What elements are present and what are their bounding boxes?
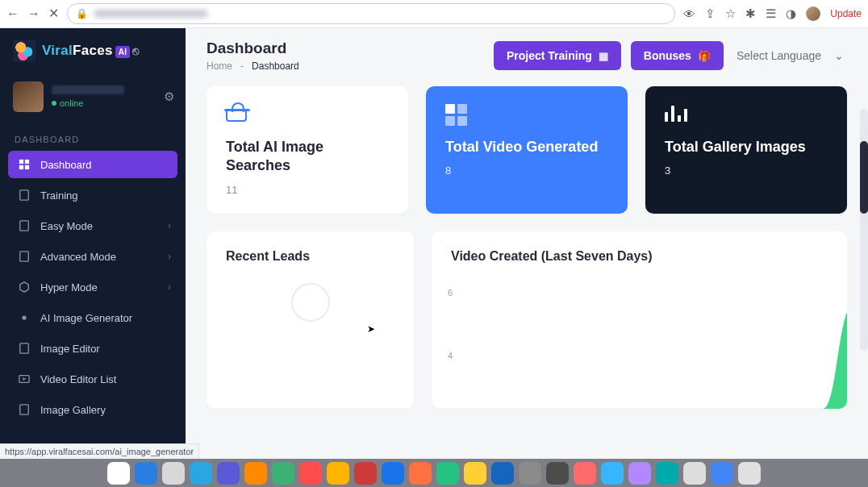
chevron-right-icon: › bbox=[168, 220, 171, 231]
sidebar-nav: DashboardTrainingEasy Mode›Advanced Mode… bbox=[0, 151, 186, 423]
sidebar-item-advanced-mode[interactable]: Advanced Mode› bbox=[8, 243, 177, 270]
brand-part1: Viral bbox=[42, 43, 73, 58]
forward-icon[interactable]: → bbox=[27, 7, 40, 20]
dock-app-19[interactable] bbox=[628, 462, 651, 485]
svg-marker-11 bbox=[23, 377, 26, 381]
sidebar-item-label: Hyper Mode bbox=[40, 281, 98, 293]
sidebar-item-video-editor-list[interactable]: Video Editor List bbox=[8, 365, 177, 393]
chart-ytick-4: 4 bbox=[448, 351, 453, 360]
star-icon[interactable]: ☆ bbox=[725, 6, 736, 21]
dock-app-9[interactable] bbox=[354, 462, 377, 485]
loading-spinner-icon: ➤ bbox=[291, 283, 330, 322]
dock-app-2[interactable] bbox=[162, 462, 185, 485]
svg-point-8 bbox=[22, 315, 26, 319]
dock-app-7[interactable] bbox=[299, 462, 322, 485]
dock-app-20[interactable] bbox=[656, 462, 678, 485]
dock-app-23[interactable] bbox=[738, 462, 761, 485]
card-gallery-label: Total Gallery Images bbox=[665, 138, 828, 156]
card-gallery-value: 3 bbox=[665, 164, 828, 177]
chevron-right-icon: › bbox=[168, 281, 171, 293]
grid-icon bbox=[445, 104, 468, 123]
svg-rect-4 bbox=[20, 190, 29, 200]
svg-rect-5 bbox=[20, 221, 29, 231]
project-training-button[interactable]: Project Training ▦ bbox=[494, 41, 621, 70]
dock-app-10[interactable] bbox=[382, 462, 404, 485]
hex-icon bbox=[18, 281, 31, 293]
card-ai-searches-label: Total AI Image Searches bbox=[226, 138, 389, 176]
user-avatar[interactable] bbox=[13, 81, 44, 112]
dock-app-16[interactable] bbox=[546, 462, 569, 485]
dock-app-18[interactable] bbox=[601, 462, 624, 485]
bonuses-label: Bonuses bbox=[644, 49, 691, 62]
share-icon[interactable]: ⇪ bbox=[705, 6, 716, 21]
dock-app-3[interactable] bbox=[190, 462, 212, 485]
breadcrumb-current: Dashboard bbox=[252, 60, 299, 72]
sidebar-item-label: Advanced Mode bbox=[40, 251, 116, 263]
dock-app-17[interactable] bbox=[574, 462, 596, 485]
sidebar-item-easy-mode[interactable]: Easy Mode› bbox=[8, 212, 177, 239]
breadcrumb-sep: - bbox=[235, 60, 248, 72]
dock-app-4[interactable] bbox=[217, 462, 240, 485]
doc-icon bbox=[18, 219, 31, 232]
sidebar-item-label: Video Editor List bbox=[40, 373, 116, 385]
sidebar-item-label: Image Editor bbox=[40, 343, 100, 355]
brand-badge: AI bbox=[115, 46, 131, 58]
sidebar-item-label: Image Gallery bbox=[40, 404, 106, 416]
sidebar-item-label: Easy Mode bbox=[40, 220, 93, 232]
update-button[interactable]: Update bbox=[830, 8, 862, 19]
dock-app-22[interactable] bbox=[711, 462, 733, 485]
dock-app-14[interactable] bbox=[491, 462, 514, 485]
status-bar-url: https://app.viralfacesai.com/ai_image_ge… bbox=[0, 443, 199, 459]
stat-cards-row: Total AI Image Searches 11 Total Video G… bbox=[207, 86, 847, 214]
svg-rect-12 bbox=[20, 405, 29, 414]
doc-icon bbox=[18, 250, 31, 263]
reading-list-icon[interactable]: ☰ bbox=[766, 6, 776, 21]
incognito-icon[interactable]: ◑ bbox=[786, 6, 796, 21]
url-text bbox=[94, 10, 207, 18]
dock-app-5[interactable] bbox=[244, 462, 267, 485]
bonuses-button[interactable]: Bonuses 🎁 bbox=[631, 41, 724, 70]
sidebar-item-label: Dashboard bbox=[40, 159, 92, 171]
language-select[interactable]: Select Language ⌄ bbox=[733, 44, 847, 67]
dock-app-8[interactable] bbox=[327, 462, 349, 485]
dock-app-6[interactable] bbox=[272, 462, 294, 485]
vertical-scrollbar[interactable] bbox=[860, 109, 868, 351]
video-chart-title: Video Created (Last Seven Days) bbox=[451, 249, 828, 264]
svg-rect-1 bbox=[25, 160, 29, 164]
browser-chrome: ← → ✕ 🔒 👁 ⇪ ☆ ✱ ☰ ◑ Update bbox=[0, 0, 868, 28]
dock-app-1[interactable] bbox=[135, 462, 157, 485]
gear-icon[interactable]: ⚙ bbox=[164, 89, 174, 104]
topbar-right: Project Training ▦ Bonuses 🎁 Select Lang… bbox=[494, 41, 847, 70]
extensions-icon[interactable]: ✱ bbox=[745, 6, 756, 21]
address-bar[interactable]: 🔒 bbox=[67, 3, 675, 24]
card-gallery-images: Total Gallery Images 3 bbox=[645, 86, 847, 214]
profile-avatar-icon[interactable] bbox=[806, 6, 820, 21]
dock-app-15[interactable] bbox=[519, 462, 541, 485]
sidebar-item-image-gallery[interactable]: Image Gallery bbox=[8, 396, 177, 423]
topbar-left: Dashboard Home - Dashboard bbox=[207, 40, 299, 72]
svg-rect-2 bbox=[19, 165, 23, 169]
dock-app-11[interactable] bbox=[409, 462, 432, 485]
sidebar-item-dashboard[interactable]: Dashboard bbox=[8, 151, 177, 178]
dock-app-21[interactable] bbox=[683, 462, 706, 485]
svg-rect-0 bbox=[19, 160, 23, 164]
page-title: Dashboard bbox=[207, 40, 299, 57]
eye-off-icon[interactable]: 👁 bbox=[683, 7, 695, 21]
main-content: Dashboard Home - Dashboard Project Train… bbox=[186, 28, 868, 459]
basket-icon bbox=[226, 104, 248, 123]
dock-app-12[interactable] bbox=[436, 462, 459, 485]
brand[interactable]: ViralFacesAI⎋ bbox=[0, 28, 186, 73]
breadcrumb-home[interactable]: Home bbox=[207, 60, 232, 72]
panel-recent-leads: Recent Leads ➤ bbox=[207, 231, 414, 409]
dock-app-13[interactable] bbox=[464, 462, 486, 485]
stop-icon[interactable]: ✕ bbox=[48, 7, 59, 20]
back-icon[interactable]: ← bbox=[6, 7, 19, 20]
topbar: Dashboard Home - Dashboard Project Train… bbox=[186, 28, 868, 80]
sidebar-item-training[interactable]: Training bbox=[8, 181, 177, 209]
sidebar-item-ai-image-generator[interactable]: AI Image Generator bbox=[8, 304, 177, 331]
sidebar-item-hyper-mode[interactable]: Hyper Mode› bbox=[8, 273, 177, 301]
sidebar-item-label: AI Image Generator bbox=[40, 312, 132, 324]
sidebar-item-image-editor[interactable]: Image Editor bbox=[8, 335, 177, 362]
dock-app-0[interactable] bbox=[107, 462, 130, 485]
dot-icon bbox=[18, 311, 31, 324]
